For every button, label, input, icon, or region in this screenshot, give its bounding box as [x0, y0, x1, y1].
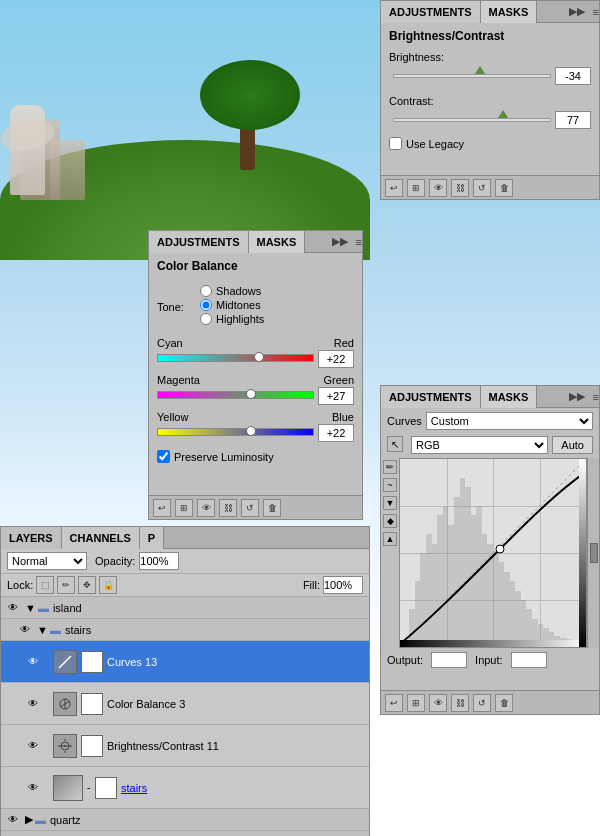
- curves-sample-shadow-icon[interactable]: ▼: [383, 496, 397, 510]
- bc11-eye[interactable]: 👁: [25, 738, 41, 754]
- stairs-layer[interactable]: 👁 - stairs: [1, 767, 369, 809]
- opacity-value[interactable]: [139, 552, 179, 570]
- stairs-layer-name[interactable]: stairs: [121, 782, 365, 794]
- rgb-row: ↖ RGB Red Green Blue Auto: [381, 434, 599, 456]
- magenta-green-thumb[interactable]: [246, 389, 256, 399]
- bc-masks-tab[interactable]: MASKS: [481, 1, 538, 23]
- curves-layer-icon[interactable]: ⊞: [407, 694, 425, 712]
- curves-adjustments-tab[interactable]: ADJUSTMENTS: [381, 386, 481, 408]
- curves-smooth-icon[interactable]: ~: [383, 478, 397, 492]
- curves-masks-tab[interactable]: MASKS: [481, 386, 538, 408]
- curves-refresh-icon[interactable]: ↺: [473, 694, 491, 712]
- quartz-arrow[interactable]: ▶: [25, 813, 33, 826]
- preserve-luminosity-checkbox[interactable]: [157, 450, 170, 463]
- curves-panel: ADJUSTMENTS MASKS ▶▶ ≡ Curves Custom ↖ R…: [380, 385, 600, 715]
- quartz-folder-icon: ▬: [35, 814, 46, 826]
- input-value[interactable]: [511, 652, 547, 668]
- contrast-value[interactable]: 77: [555, 111, 591, 129]
- cb-adjustments-tab[interactable]: ADJUSTMENTS: [149, 231, 249, 253]
- lock-all-icon[interactable]: 🔒: [99, 576, 117, 594]
- curves-expand-icon[interactable]: ▶▶: [569, 390, 585, 403]
- curves-preset-select[interactable]: Custom: [426, 412, 593, 430]
- bc-layer-icon[interactable]: ⊞: [407, 179, 425, 197]
- cb-refresh-icon[interactable]: ↺: [241, 499, 259, 517]
- layers-tab[interactable]: LAYERS: [1, 527, 62, 549]
- curves13-layer[interactable]: 👁 Curves 13: [1, 641, 369, 683]
- curves-sample-high-icon[interactable]: ▲: [383, 532, 397, 546]
- bc-return-icon[interactable]: ↩: [385, 179, 403, 197]
- curves-scroll-thumb[interactable]: [590, 543, 598, 563]
- curves-eye-icon[interactable]: 👁: [429, 694, 447, 712]
- stairs-layer-eye[interactable]: 👁: [25, 780, 41, 796]
- island-eye[interactable]: 👁: [5, 600, 21, 616]
- magenta-green-value[interactable]: [318, 387, 354, 405]
- bc-eye-icon[interactable]: 👁: [429, 179, 447, 197]
- cyan-red-slider[interactable]: [157, 354, 314, 362]
- stairs-folder[interactable]: 👁 ▼ ▬ stairs: [1, 619, 369, 641]
- island-folder-icon: ▬: [38, 602, 49, 614]
- quartz-folder[interactable]: 👁 ▶ ▬ quartz: [1, 809, 369, 831]
- output-value[interactable]: [431, 652, 467, 668]
- cb-link-icon[interactable]: ⛓: [219, 499, 237, 517]
- contrast-thumb[interactable]: [498, 110, 508, 118]
- curves-return-icon[interactable]: ↩: [385, 694, 403, 712]
- cyan-red-thumb[interactable]: [254, 352, 264, 362]
- cyan-red-value[interactable]: [318, 350, 354, 368]
- bc-delete-icon[interactable]: 🗑: [495, 179, 513, 197]
- cb-delete-icon[interactable]: 🗑: [263, 499, 281, 517]
- yellow-blue-value[interactable]: [318, 424, 354, 442]
- fill-value[interactable]: [323, 576, 363, 594]
- bc-menu-icon[interactable]: ≡: [593, 6, 599, 18]
- lock-transparent-icon[interactable]: ⬚: [36, 576, 54, 594]
- use-legacy-label: Use Legacy: [406, 138, 464, 150]
- cb-layer-icon[interactable]: ⊞: [175, 499, 193, 517]
- curves-pointer-icon[interactable]: ↖: [387, 436, 403, 452]
- stairs-arrow[interactable]: ▼: [37, 624, 48, 636]
- highlights-radio[interactable]: [200, 313, 212, 325]
- brightness-thumb[interactable]: [475, 66, 485, 74]
- brightness-value[interactable]: -34: [555, 67, 591, 85]
- quartz-eye[interactable]: 👁: [5, 812, 21, 828]
- shadows-radio[interactable]: [200, 285, 212, 297]
- lock-position-icon[interactable]: ✥: [78, 576, 96, 594]
- curves-chart[interactable]: [399, 458, 587, 648]
- curves13-eye[interactable]: 👁: [25, 654, 41, 670]
- blend-mode-select[interactable]: Normal Multiply Screen: [7, 552, 87, 570]
- yellow-blue-labels: Yellow Blue: [157, 411, 354, 423]
- bonsai-folder[interactable]: 👁 ▶ ▬ bonsai: [1, 831, 369, 836]
- cb-expand-icon[interactable]: ▶▶: [332, 235, 348, 248]
- bc-expand-icon[interactable]: ▶▶: [569, 5, 585, 18]
- yellow-blue-slider[interactable]: [157, 428, 314, 436]
- auto-button[interactable]: Auto: [552, 436, 593, 454]
- paths-tab[interactable]: P: [140, 527, 164, 549]
- island-arrow[interactable]: ▼: [25, 602, 36, 614]
- lock-pixels-icon[interactable]: ✏: [57, 576, 75, 594]
- bc-link-icon[interactable]: ⛓: [451, 179, 469, 197]
- colorbalance3-eye[interactable]: 👁: [25, 696, 41, 712]
- bc-adjustments-tab[interactable]: ADJUSTMENTS: [381, 1, 481, 23]
- rgb-channel-select[interactable]: RGB Red Green Blue: [411, 436, 548, 454]
- bc-refresh-icon[interactable]: ↺: [473, 179, 491, 197]
- curves-link-icon[interactable]: ⛓: [451, 694, 469, 712]
- yellow-blue-thumb[interactable]: [246, 426, 256, 436]
- bc11-layer[interactable]: 👁 Brightness/Contrast 11: [1, 725, 369, 767]
- curves-menu-icon[interactable]: ≡: [593, 391, 599, 403]
- magenta-green-labels: Magenta Green: [157, 374, 354, 386]
- cb-eye-icon[interactable]: 👁: [197, 499, 215, 517]
- channels-tab[interactable]: CHANNELS: [62, 527, 140, 549]
- use-legacy-checkbox[interactable]: [389, 137, 402, 150]
- curves-sample-mid-icon[interactable]: ◆: [383, 514, 397, 528]
- midtones-radio[interactable]: [200, 299, 212, 311]
- island-folder[interactable]: 👁 ▼ ▬ island: [1, 597, 369, 619]
- curves-scrollbar[interactable]: [587, 458, 599, 648]
- magenta-green-slider[interactable]: [157, 391, 314, 399]
- cb-return-icon[interactable]: ↩: [153, 499, 171, 517]
- colorbalance3-layer[interactable]: 👁 Color Balance 3: [1, 683, 369, 725]
- cb-menu-icon[interactable]: ≡: [356, 236, 362, 248]
- curves-draw-icon[interactable]: ✏: [383, 460, 397, 474]
- cb-masks-tab[interactable]: MASKS: [249, 231, 306, 253]
- curves-delete-icon[interactable]: 🗑: [495, 694, 513, 712]
- stairs-eye[interactable]: 👁: [17, 622, 33, 638]
- brightness-slider[interactable]: [393, 74, 551, 78]
- contrast-slider[interactable]: [393, 118, 551, 122]
